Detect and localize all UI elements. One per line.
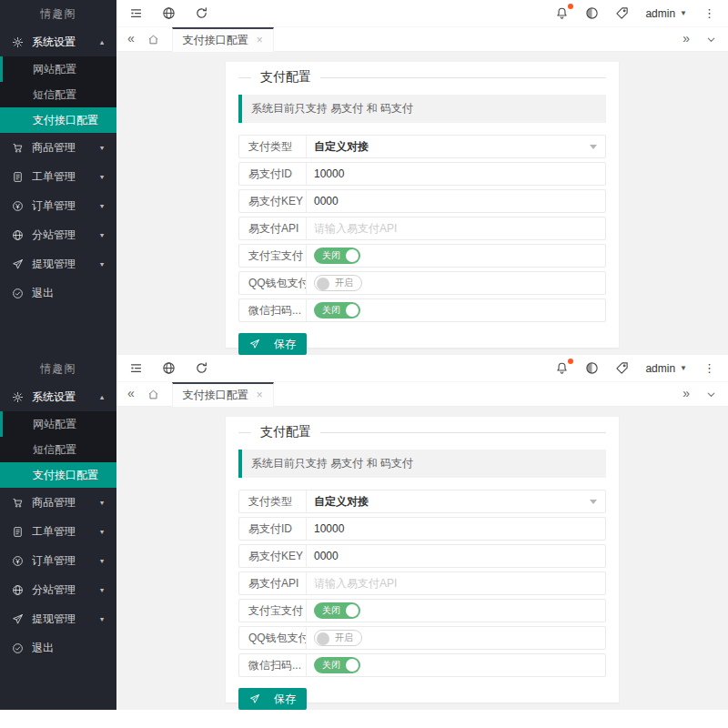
yipay-id-input[interactable] [314,522,598,535]
sidebar-item-payment-api-config[interactable]: 支付接口配置 [0,107,116,133]
globe-icon [12,229,24,241]
menu-collapse-icon[interactable] [129,361,143,375]
more-vertical-icon[interactable]: ⋮ [703,7,715,19]
sidebar-item-system-settings[interactable]: 系统设置 ▲ [0,27,116,56]
admin-dropdown[interactable]: admin ▼ [645,7,687,20]
sidebar-item-website-config[interactable]: 网站配置 [0,56,116,82]
wechat-scan-switch[interactable]: 关闭 [314,302,360,318]
chevron-down-icon: ▼ [680,364,687,372]
caret-down-icon: ▼ [98,528,105,535]
refresh-icon[interactable] [195,6,208,20]
tab-payment-api-config[interactable]: 支付接口配置 × [172,382,274,407]
app-screen-copy-1: 情趣阁 系统设置 ▲ 网站配置短信配置支付接口配置 商品管理 ▼ 工单管理 ▼ … [0,0,728,355]
chevrons-right-icon[interactable]: » [682,387,690,401]
sidebar-item-substation-management[interactable]: 分站管理 ▼ [0,220,116,249]
sidebar-item-goods-management[interactable]: 商品管理 ▼ [0,488,116,517]
sidebar-item-order-management[interactable]: 订单管理 ▼ [0,546,116,575]
yipay-key-input[interactable] [314,550,598,562]
more-vertical-icon[interactable]: ⋮ [703,362,715,374]
tab-label: 支付接口配置 [183,33,248,48]
sidebar-item-goods-management[interactable]: 商品管理 ▼ [0,133,116,162]
payment-config-card: 支付配置 系统目前只支持 易支付 和 码支付 支付类型 自定义对接 易支付ID … [226,417,619,703]
form-row-yipay-api: 易支付API [238,217,606,240]
cart-icon [12,497,24,509]
app-logo-title: 情趣阁 [0,0,116,27]
notification-dot [568,4,573,9]
main-area: admin ▼ ⋮ « 支付接口配置 × » [116,355,728,710]
tab-payment-api-config[interactable]: 支付接口配置 × [172,27,274,52]
sidebar-item-withdraw-management[interactable]: 提现管理 ▼ [0,249,116,278]
home-icon[interactable] [147,388,160,400]
save-button[interactable]: 保存 [238,688,307,710]
select-caret-icon [590,145,597,149]
globe-icon[interactable] [162,6,176,20]
qq-wallet-switch[interactable]: 开启 [314,275,362,291]
tag-icon[interactable] [615,6,629,20]
coin-icon [12,200,24,212]
alipay-switch[interactable]: 关闭 [314,602,360,619]
menu-collapse-icon[interactable] [129,6,143,20]
form-row-yipay-id: 易支付ID [238,517,606,541]
yipay-id-input[interactable] [314,167,598,180]
document-icon [12,526,24,538]
sidebar-item-withdraw-management[interactable]: 提现管理 ▼ [0,604,116,633]
wechat-scan-switch[interactable]: 关闭 [314,657,360,673]
bell-icon[interactable] [555,361,569,375]
form-row-pay-type: 支付类型 自定义对接 [238,135,606,158]
navbar-left-icons [129,6,208,20]
theme-icon[interactable] [585,6,599,20]
document-icon [12,171,24,183]
pay-type-select[interactable]: 自定义对接 [314,139,598,155]
alipay-switch[interactable]: 关闭 [314,248,360,264]
theme-icon[interactable] [585,361,599,375]
close-icon[interactable]: × [257,35,263,46]
home-icon[interactable] [147,33,160,46]
sidebar-item-logout[interactable]: 退出 [0,278,116,308]
bell-icon[interactable] [555,6,569,20]
chevron-down-icon[interactable] [704,388,717,400]
caret-down-icon: ▼ [98,144,105,151]
form-label-qq-wallet-switch: QQ钱包支付 [239,627,307,649]
qq-wallet-switch[interactable]: 开启 [314,630,362,646]
chevrons-right-icon[interactable]: » [682,32,690,46]
sidebar: 情趣阁 系统设置 ▲ 网站配置短信配置支付接口配置 商品管理 ▼ 工单管理 ▼ … [0,0,116,355]
sidebar-item-ticket-management[interactable]: 工单管理 ▼ [0,517,116,546]
plane-icon [12,258,24,270]
notification-dot [568,359,573,364]
sidebar-item-sms-config[interactable]: 短信配置 [0,437,116,462]
app-screen-copy-2: 情趣阁 系统设置 ▲ 网站配置短信配置支付接口配置 商品管理 ▼ 工单管理 ▼ … [0,355,728,710]
sidebar-item-order-management[interactable]: 订单管理 ▼ [0,191,116,220]
gear-icon [12,36,24,48]
yipay-api-input[interactable] [314,577,598,590]
admin-dropdown[interactable]: admin ▼ [645,362,687,375]
tag-icon[interactable] [615,361,629,375]
yipay-key-input[interactable] [314,195,598,207]
close-icon[interactable]: × [257,389,263,400]
form-label-yipay-id: 易支付ID [239,163,307,185]
sidebar-item-payment-api-config[interactable]: 支付接口配置 [0,462,116,488]
sidebar-item-logout[interactable]: 退出 [0,633,116,662]
sidebar-item-system-settings[interactable]: 系统设置 ▲ [0,382,116,411]
sidebar-item-ticket-management[interactable]: 工单管理 ▼ [0,162,116,191]
form-row-wechat-scan-switch: 微信扫码... 关闭 [238,298,606,322]
sidebar-item-sms-config[interactable]: 短信配置 [0,82,116,107]
caret-down-icon: ▼ [98,173,105,180]
tab-label: 支付接口配置 [183,388,248,403]
pay-type-select[interactable]: 自定义对接 [314,494,598,510]
caret-down-icon: ▼ [98,499,105,506]
caret-down-icon: ▼ [98,231,105,238]
chevrons-left-icon[interactable]: « [127,32,135,46]
save-button[interactable]: 保存 [238,333,307,355]
refresh-icon[interactable] [195,361,208,375]
sidebar-item-substation-management[interactable]: 分站管理 ▼ [0,575,116,604]
yipay-api-input[interactable] [314,222,598,235]
sidebar-item-website-config[interactable]: 网站配置 [0,411,116,437]
globe-icon[interactable] [162,361,176,375]
form-label-alipay-switch: 支付宝支付 [239,245,307,267]
coin-icon [12,555,24,567]
form-label-yipay-key: 易支付KEY [239,190,307,212]
chevrons-left-icon[interactable]: « [127,387,135,401]
main-area: admin ▼ ⋮ « 支付接口配置 × » [116,0,728,355]
chevron-down-icon[interactable] [704,33,717,46]
globe-icon [12,584,24,596]
